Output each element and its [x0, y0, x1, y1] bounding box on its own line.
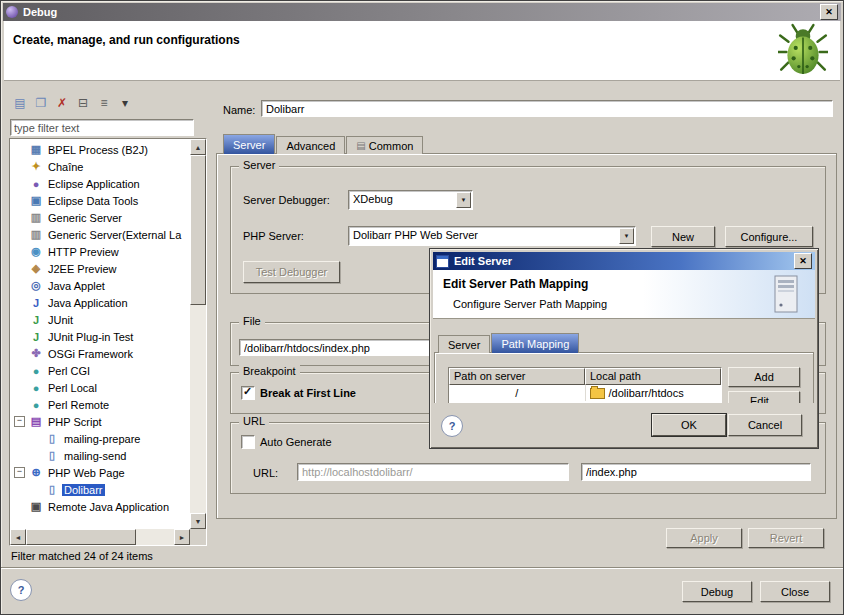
filter-input[interactable] [10, 119, 194, 136]
collapse-expander-icon[interactable]: − [14, 467, 25, 478]
dialog-help-icon[interactable] [441, 415, 463, 437]
add-mapping-button[interactable]: Add [728, 367, 800, 387]
filter-icon[interactable]: ≡ [95, 94, 113, 112]
configure-button[interactable]: Configure... [725, 226, 813, 247]
dialog-subheading: Configure Server Path Mapping [453, 298, 607, 310]
tree-item-perl-remote[interactable]: ●Perl Remote [10, 396, 190, 413]
break-first-line-label: Break at First Line [260, 387, 356, 399]
server-debugger-select[interactable]: XDebug [348, 190, 473, 210]
tree-item-http-preview[interactable]: ◉HTTP Preview [10, 243, 190, 260]
mapping-col-header-path-on-server[interactable]: Path on server [449, 368, 585, 385]
tree-item-java-application[interactable]: JJava Application [10, 294, 190, 311]
config-tab-advanced[interactable]: Advanced [276, 136, 345, 154]
perl-icon: ● [29, 399, 43, 411]
tree-item-osgi-framework[interactable]: ✤OSGi Framework [10, 345, 190, 362]
name-input[interactable] [261, 100, 833, 117]
chevron-down-icon[interactable] [456, 192, 471, 208]
edit-server-dialog: Edit Server Edit Server Path Mapping Con… [429, 248, 819, 449]
scroll-down-icon[interactable] [190, 513, 206, 529]
mapping-col-header-local-path[interactable]: Local path [585, 368, 721, 385]
scroll-left-icon[interactable] [10, 529, 26, 545]
eclipse-app-icon: ● [29, 178, 43, 190]
close-icon[interactable] [820, 4, 838, 20]
php-script-icon: ▤ [29, 415, 43, 428]
java-app-icon: J [29, 297, 43, 309]
tree-item-junit[interactable]: JJUnit [10, 311, 190, 328]
auto-generate-checkbox[interactable] [241, 435, 255, 449]
tree-item-label: Eclipse Application [46, 178, 142, 190]
config-tab-common[interactable]: ▤Common [346, 136, 423, 154]
tree-item-generic-server-external-la[interactable]: ▥Generic Server(External La [10, 226, 190, 243]
server-debugger-value: XDebug [353, 193, 454, 205]
tree-item-label: HTTP Preview [46, 246, 121, 258]
tree-item-java-applet[interactable]: ◎Java Applet [10, 277, 190, 294]
revert-button: Revert [748, 528, 824, 548]
horizontal-scrollbar[interactable] [10, 529, 190, 545]
php-server-select[interactable]: Dolibarr PHP Web Server [348, 226, 636, 246]
tree-item-j2ee-preview[interactable]: ◈J2EE Preview [10, 260, 190, 277]
test-debugger-button: Test Debugger [243, 261, 340, 283]
dialog-title: Edit Server [454, 255, 512, 267]
tree-item-remote-java-application[interactable]: ▣Remote Java Application [10, 498, 190, 515]
tree-item-cha-ne[interactable]: ✦Chaîne [10, 158, 190, 175]
tree-item-mailing-prepare[interactable]: ▯mailing-prepare [10, 430, 190, 447]
delete-icon[interactable]: ✗ [53, 94, 71, 112]
window-icon [436, 255, 449, 268]
ok-button[interactable]: OK [652, 414, 726, 436]
vertical-scroll-thumb[interactable] [190, 155, 206, 305]
filter-status: Filter matched 24 of 24 items [11, 550, 153, 562]
dialog-tab-path-mapping[interactable]: Path Mapping [491, 333, 579, 353]
debug-button[interactable]: Debug [682, 581, 752, 602]
server-group-title: Server [239, 159, 279, 171]
server-icon [771, 274, 801, 314]
java-applet-icon: ◎ [29, 279, 43, 292]
url-group-title: URL [239, 415, 269, 427]
scroll-up-icon[interactable] [190, 139, 206, 155]
chevron-down-icon[interactable] [619, 228, 634, 244]
help-icon[interactable] [10, 579, 32, 601]
new-config-icon[interactable]: ▤ [11, 94, 29, 112]
tree-item-dolibarr[interactable]: ▯Dolibarr [10, 481, 190, 498]
break-first-line-checkbox[interactable] [241, 386, 255, 400]
vertical-scrollbar[interactable] [190, 139, 206, 529]
config-tabs: ServerAdvanced▤Common [223, 134, 424, 154]
collapse-expander-icon[interactable]: − [14, 416, 25, 427]
tab-label: Server [233, 139, 265, 151]
tree-item-label: JUnit [46, 314, 75, 326]
collapse-all-icon[interactable]: ⊟ [74, 94, 92, 112]
duplicate-icon[interactable]: ❐ [32, 94, 50, 112]
tree-item-eclipse-application[interactable]: ●Eclipse Application [10, 175, 190, 192]
mapping-row[interactable]: //dolibarr/htdocs [449, 385, 721, 401]
junit-icon: J [29, 314, 43, 326]
config-tab-server[interactable]: Server [223, 134, 275, 154]
common-tab-icon: ▤ [356, 140, 365, 151]
new-server-button[interactable]: New [651, 226, 715, 247]
title-bar[interactable]: Debug [3, 3, 841, 21]
tree-item-junit-plug-in-test[interactable]: JJUnit Plug-in Test [10, 328, 190, 345]
url-path-input[interactable] [581, 463, 811, 481]
close-button[interactable]: Close [760, 581, 830, 602]
apply-button: Apply [666, 528, 742, 548]
scroll-right-icon[interactable] [174, 529, 190, 545]
tree-item-php-script[interactable]: −▤PHP Script [10, 413, 190, 430]
tree-item-php-web-page[interactable]: −⊕PHP Web Page [10, 464, 190, 481]
menu-dropdown-icon[interactable]: ▾ [116, 94, 134, 112]
dialog-close-icon[interactable] [794, 253, 812, 269]
tree-item-perl-local[interactable]: ●Perl Local [10, 379, 190, 396]
debug-window: Debug Create, manage, and run configurat… [0, 0, 844, 615]
tree-item-bpel-process-b2j[interactable]: ▦BPEL Process (B2J) [10, 141, 190, 158]
horizontal-scroll-thumb[interactable] [26, 529, 136, 545]
cancel-button[interactable]: Cancel [728, 414, 802, 436]
tree-item-label: Perl Local [46, 382, 99, 394]
tree-item-perl-cgi[interactable]: ●Perl CGI [10, 362, 190, 379]
dialog-tab-server[interactable]: Server [438, 335, 490, 353]
tree-toolbar: ▤❐✗⊟≡▾ [11, 91, 207, 115]
tree-item-label: Perl Remote [46, 399, 111, 411]
tree-item-eclipse-data-tools[interactable]: ▣Eclipse Data Tools [10, 192, 190, 209]
tree-item-label: mailing-prepare [62, 433, 142, 445]
scrollbar-corner [190, 529, 206, 545]
tree-item-generic-server[interactable]: ▥Generic Server [10, 209, 190, 226]
dialog-title-bar[interactable]: Edit Server [433, 252, 815, 270]
tree-item-mailing-send[interactable]: ▯mailing-send [10, 447, 190, 464]
tree-item-label: BPEL Process (B2J) [46, 144, 150, 156]
